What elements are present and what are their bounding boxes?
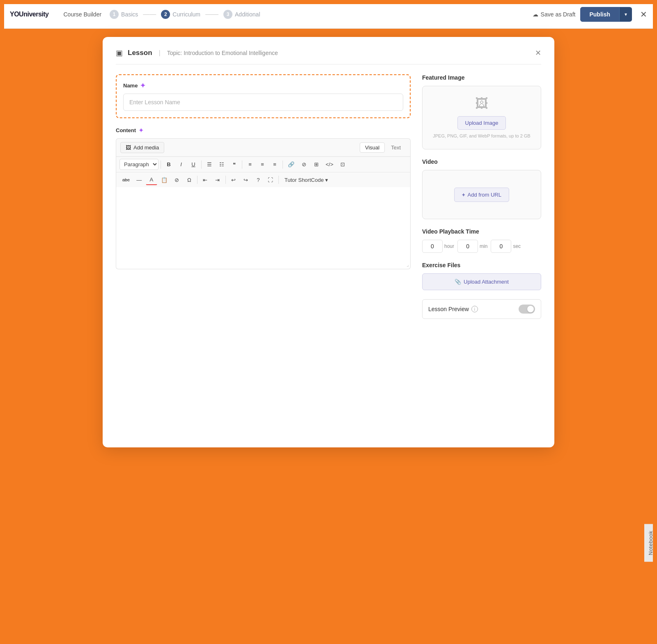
save-draft-button[interactable]: ☁ Save as Draft <box>533 11 576 18</box>
add-from-url-button[interactable]: + Add from URL <box>454 188 509 202</box>
video-section: Video + Add from URL <box>422 158 541 219</box>
step1-num: 1 <box>110 10 119 19</box>
toolbar-sep-2 <box>201 160 202 169</box>
add-media-button[interactable]: 🖼 Add media <box>120 142 164 153</box>
align-right-button[interactable]: ≡ <box>269 159 280 170</box>
paperclip-icon: 📎 <box>455 279 461 285</box>
nav-steps: 1 Basics —— 2 Curriculum —— 3 Additional <box>110 10 524 19</box>
lesson-preview-label: Lesson Preview i <box>428 306 478 312</box>
nav-step-3[interactable]: 3 Additional <box>223 10 260 19</box>
modal-body: Name ✦ Content ✦ 🖼 <box>116 74 541 328</box>
indent-in-button[interactable]: ⇥ <box>212 175 223 185</box>
undo-button[interactable]: ↩ <box>228 175 239 185</box>
fullscreen-button[interactable]: ⊡ <box>337 159 349 170</box>
bold-button[interactable]: B <box>163 159 175 170</box>
image-placeholder-icon: 🖼 <box>432 96 531 111</box>
ordered-list-button[interactable]: ☷ <box>216 159 227 170</box>
upload-image-button[interactable]: Upload Image <box>457 116 506 130</box>
modal-subtitle: Topic: Introduction to Emotional Intelli… <box>167 50 278 56</box>
hour-input[interactable] <box>422 240 443 253</box>
step3-num: 3 <box>223 10 232 19</box>
expand-button[interactable]: ⛶ <box>265 175 276 185</box>
redo-button[interactable]: ↪ <box>240 175 252 185</box>
align-left-button[interactable]: ≡ <box>244 159 256 170</box>
modal-title: Lesson <box>128 49 152 57</box>
top-bar-actions: ☁ Save as Draft Publish ▾ ✕ <box>533 7 647 22</box>
publish-btn-group: Publish ▾ <box>580 7 632 22</box>
content-label-row: Content ✦ <box>116 126 411 134</box>
strikethrough-button[interactable]: abc <box>119 175 133 184</box>
nav-step-1[interactable]: 1 Basics <box>110 10 138 19</box>
lesson-preview-toggle[interactable] <box>519 305 535 314</box>
sec-input[interactable] <box>491 240 511 253</box>
video-box: + Add from URL <box>422 170 541 219</box>
cloud-icon: ☁ <box>533 11 538 18</box>
resize-handle[interactable]: ⌟ <box>407 262 409 268</box>
content-section: Content ✦ 🖼 Add media Visual <box>116 126 411 269</box>
toolbar-top: 🖼 Add media Visual Text <box>116 139 410 157</box>
code-button[interactable]: </> <box>323 159 336 170</box>
hour-label: hour <box>444 243 454 249</box>
lesson-name-input[interactable] <box>123 94 403 111</box>
logo: YOUniversity <box>10 11 48 18</box>
min-field: min <box>457 240 487 253</box>
image-hint: JPEG, PNG, GIF, and WebP formats, up to … <box>432 133 531 139</box>
underline-button[interactable]: U <box>188 159 199 170</box>
unlink-button[interactable]: ⊘ <box>298 159 310 170</box>
nav-sep-1: —— <box>143 11 156 18</box>
name-ai-icon: ✦ <box>140 82 145 89</box>
modal-header: ▣ Lesson | Topic: Introduction to Emotio… <box>116 48 541 64</box>
hour-field: hour <box>422 240 454 253</box>
nav-step-2[interactable]: 2 Curriculum <box>161 10 200 19</box>
lesson-preview-row: Lesson Preview i <box>422 299 541 319</box>
unordered-list-button[interactable]: ☰ <box>204 159 215 170</box>
modal-close-button[interactable]: ✕ <box>535 48 541 57</box>
paragraph-select[interactable]: Paragraph <box>119 159 159 170</box>
help-button[interactable]: ? <box>253 175 264 185</box>
video-title: Video <box>422 158 541 165</box>
upload-attachment-button[interactable]: 📎 Upload Attachment <box>422 273 541 290</box>
paste-button[interactable]: 📋 <box>158 175 170 185</box>
min-input[interactable] <box>457 240 478 253</box>
shortcode-button[interactable]: Tutor ShortCode ▾ <box>281 175 332 185</box>
sec-label: sec <box>513 243 521 249</box>
step2-label: Curriculum <box>172 11 200 18</box>
toolbar-sep-4 <box>283 160 283 169</box>
italic-button[interactable]: I <box>175 159 187 170</box>
featured-image-title: Featured Image <box>422 74 541 81</box>
right-panel: Featured Image 🖼 Upload Image JPEG, PNG,… <box>422 74 541 328</box>
publish-dropdown-button[interactable]: ▾ <box>619 7 632 21</box>
nav-sep-2: —— <box>205 11 218 18</box>
name-label: Name ✦ <box>123 82 403 89</box>
toolbar-sep-6 <box>225 176 226 184</box>
featured-image-box: 🖼 Upload Image JPEG, PNG, GIF, and WebP … <box>422 86 541 149</box>
shortcode-chevron-icon: ▾ <box>325 177 328 183</box>
exercise-section: Exercise Files 📎 Upload Attachment <box>422 262 541 290</box>
lesson-preview-section: Lesson Preview i <box>422 299 541 319</box>
publish-button[interactable]: Publish <box>580 7 619 22</box>
toolbar-row1: Paragraph B I U ☰ ☷ ❝ ≡ ≡ <box>116 157 410 172</box>
name-section: Name ✦ <box>116 74 411 118</box>
clear-button[interactable]: ⊘ <box>171 175 183 185</box>
step1-label: Basics <box>121 11 138 18</box>
align-center-button[interactable]: ≡ <box>257 159 268 170</box>
text-color-button[interactable]: A <box>146 174 157 185</box>
main-area: ▣ Lesson | Topic: Introduction to Emotio… <box>0 29 657 644</box>
table-button[interactable]: ⊞ <box>310 159 322 170</box>
tab-text[interactable]: Text <box>386 142 406 153</box>
content-label: Content <box>116 127 136 133</box>
editor-area[interactable]: ⌟ <box>116 187 411 269</box>
special-char-button[interactable]: Ω <box>184 175 195 185</box>
exercise-title: Exercise Files <box>422 262 541 268</box>
modal-separator: | <box>159 49 161 57</box>
playback-title: Video Playback Time <box>422 228 541 235</box>
indent-out-button[interactable]: ⇤ <box>200 175 211 185</box>
top-close-button[interactable]: ✕ <box>640 9 647 19</box>
blockquote-button[interactable]: ❝ <box>228 159 240 170</box>
editor-toolbar: 🖼 Add media Visual Text Paragraph <box>116 138 411 187</box>
playback-row: hour min sec <box>422 240 541 253</box>
link-button[interactable]: 🔗 <box>285 159 297 170</box>
content-ai-icon: ✦ <box>138 126 144 134</box>
tab-visual[interactable]: Visual <box>360 142 385 153</box>
hr-button[interactable]: — <box>133 175 145 185</box>
